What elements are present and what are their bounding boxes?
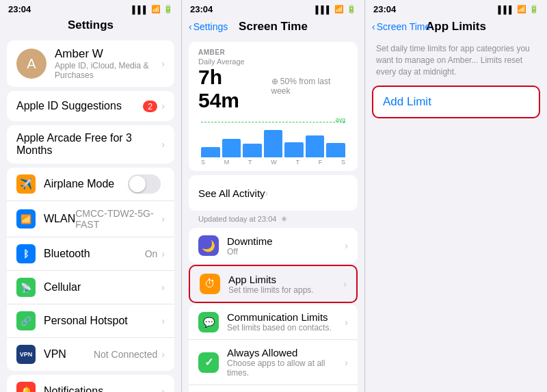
airplane-toggle[interactable] [128,174,161,194]
user-sub: Apple ID, iCloud, Media & Purchases [55,61,161,80]
communication-text: Communication Limits Set limits based on… [227,311,345,332]
right-description: Set daily time limits for app categories… [365,38,547,81]
wlan-chevron: › [161,213,165,224]
arcade-section: Apple Arcade Free for 3 Months › [7,125,174,164]
connectivity-section: ✈️ Airplane Mode 📶 WLAN CMCC-TDW2-5G-FAS… [7,168,174,371]
right-status-bar: 23:04 ▌▌▌ 📶 🔋 [365,0,547,17]
app-limits-highlighted-section: ⏱ App Limits Set time limits for apps. › [189,265,358,303]
arcade-row[interactable]: Apple Arcade Free for 3 Months › [7,125,174,164]
chart-bar-f [306,135,325,158]
user-name: Amber W [55,47,161,61]
wlan-label: WLAN [44,213,75,225]
chart-bar-m [222,139,241,158]
notifications-chevron: › [161,386,165,392]
always-allowed-icon: ✓ [198,352,219,373]
chart-label-m: M [224,159,230,166]
always-allowed-text: Always Allowed Choose apps to allow at a… [227,347,345,378]
bluetooth-icon: ᛒ [16,244,36,263]
communication-chevron: › [345,317,348,328]
always-allowed-title: Always Allowed [227,347,345,358]
middle-status-icons: ▌▌▌ 📶 🔋 [316,5,356,14]
middle-nav-back[interactable]: ‹ Settings [189,21,228,32]
middle-panel: 23:04 ▌▌▌ 📶 🔋 ‹ Settings Screen Time AMB… [182,0,365,392]
apple-id-suggestions-row[interactable]: Apple ID Suggestions 2 › [7,91,174,121]
notifications-row[interactable]: 🔔 Notifications › [7,375,174,392]
middle-nav-header: ‹ Settings Screen Time [182,17,364,38]
wlan-row[interactable]: 📶 WLAN CMCC-TDW2-5G-FAST › [7,201,174,237]
vpn-label: VPN [44,348,94,361]
mid-battery-icon: 🔋 [347,5,356,14]
updated-row: Updated today at 23:04 ✳ [182,212,364,226]
notifications-section: 🔔 Notifications › 🔊 Sounds & Haptics › 🌙… [7,375,174,392]
downtime-chevron: › [345,240,348,251]
apple-id-chevron: › [161,101,165,112]
bluetooth-row[interactable]: ᛒ Bluetooth On › [7,237,174,271]
user-row[interactable]: A Amber W Apple ID, iCloud, Media & Purc… [7,40,174,87]
right-nav-header: ‹ Screen Time App Limits [365,17,547,38]
wifi-icon: 📶 [151,5,161,14]
screen-time-summary: AMBER Daily Average 7h 54m ⊕ 50% from la… [189,42,358,171]
vpn-value: Not Connected [94,349,157,360]
middle-time: 23:04 [190,4,213,14]
hotspot-chevron: › [161,315,165,326]
chart-label-w: W [271,159,277,166]
right-time: 23:04 [373,4,396,14]
daily-avg-label: Daily Average [198,57,348,66]
apple-id-section: Apple ID Suggestions 2 › [7,91,174,121]
apple-id-badge: 2 [143,101,157,112]
chart-label-t1: T [248,159,252,166]
mid-signal-icon: ▌▌▌ [316,5,332,14]
bluetooth-label: Bluetooth [44,248,145,260]
hotspot-label: Personal Hotspot [44,315,161,327]
downtime-icon: 🌙 [198,235,219,256]
left-time: 23:04 [8,4,31,14]
battery-icon: 🔋 [163,5,173,14]
vpn-chevron: › [161,349,165,360]
chart-label-s2: S [341,159,345,166]
cellular-row[interactable]: 📡 Cellular › [7,271,174,304]
always-allowed-sub: Choose apps to allow at all times. [227,358,345,378]
amber-label: AMBER [198,49,348,56]
see-all-row[interactable]: See All Activity › [189,175,358,211]
app-limits-title: App Limits [228,274,343,285]
left-panel: 23:04 ▌▌▌ 📶 🔋 Settings A Amber W Apple I… [0,0,182,392]
app-limits-chevron: › [343,278,347,289]
right-back-label: Screen Time [377,21,431,32]
always-allowed-row[interactable]: ✓ Always Allowed Choose apps to allow at… [189,340,358,385]
right-nav-back[interactable]: ‹ Screen Time [372,21,430,32]
chart-bar-t1 [243,144,262,157]
right-battery-icon: 🔋 [529,5,539,14]
personal-hotspot-row[interactable]: 🔗 Personal Hotspot › [7,304,174,338]
add-limit-button[interactable]: Add Limit [372,86,540,118]
see-all-label: See All Activity [198,187,265,199]
other-limits-section: 💬 Communication Limits Set limits based … [189,304,358,392]
downtime-sub: Off [227,247,345,257]
airplane-mode-row[interactable]: ✈️ Airplane Mode [7,168,174,201]
wlan-icon: 📶 [16,209,36,228]
cellular-chevron: › [161,282,165,293]
left-status-icons: ▌▌▌ 📶 🔋 [133,5,173,14]
airplane-label: Airplane Mode [44,178,128,190]
cellular-icon: 📡 [16,278,36,297]
updated-spinner-icon: ✳ [281,215,287,223]
chart-labels: S M T W T F S [198,159,348,166]
chart-bar-s1 [201,147,220,157]
communication-limits-row[interactable]: 💬 Communication Limits Set limits based … [189,304,358,340]
content-privacy-row[interactable]: 🔒 Content & Privacy Restrictions Block i… [189,385,358,392]
left-panel-title: Settings [0,17,181,36]
see-all-chevron: › [265,187,269,198]
chart-label-f: F [319,159,323,166]
app-limits-row[interactable]: ⏱ App Limits Set time limits for apps. › [190,266,356,302]
vpn-row[interactable]: VPN VPN Not Connected › [7,338,174,371]
wlan-value: CMCC-TDW2-5G-FAST [75,208,157,230]
user-info: Amber W Apple ID, iCloud, Media & Purcha… [55,47,161,80]
time-compare: ⊕ 50% from last week [271,77,348,96]
right-signal-icon: ▌▌▌ [498,5,514,14]
big-time: 7h 54m [198,66,266,112]
avatar: A [16,49,46,79]
downtime-row[interactable]: 🌙 Downtime Off › [189,228,358,263]
right-panel: 23:04 ▌▌▌ 📶 🔋 ‹ Screen Time App Limits S… [365,0,547,392]
signal-icon: ▌▌▌ [133,5,148,14]
usage-chart: avg S M T W [198,116,348,164]
right-status-icons: ▌▌▌ 📶 🔋 [498,5,539,14]
